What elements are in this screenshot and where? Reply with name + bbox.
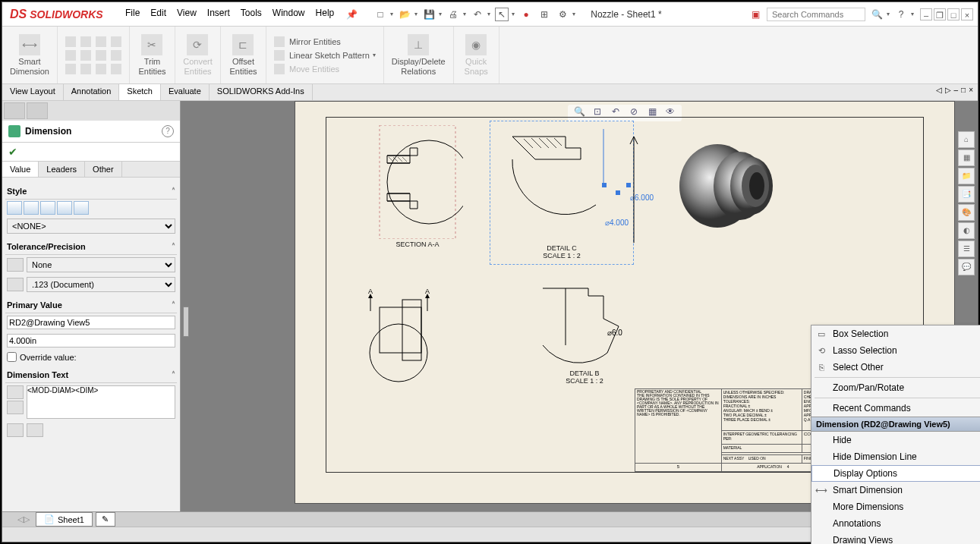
arc-tool-icon[interactable] (80, 36, 91, 47)
chevron-up-icon[interactable]: ˄ (172, 300, 175, 310)
cm-zoom-pan-rotate[interactable]: Zoom/Pan/Rotate▸ (811, 379, 980, 396)
spline-tool-icon[interactable] (111, 36, 121, 47)
style-icon-2[interactable] (24, 201, 39, 215)
menu-tools[interactable]: Tools (241, 8, 262, 21)
side-view[interactable]: AA (357, 285, 463, 385)
plane-tool-icon[interactable] (111, 64, 121, 74)
pane-max-icon[interactable]: □ (961, 86, 966, 99)
sheet-tab-sheet1[interactable]: 📄Sheet1 (36, 512, 93, 527)
isometric-view[interactable] (676, 133, 782, 239)
dimtext-icon-2[interactable] (27, 423, 43, 437)
panel-collapse-handle[interactable] (183, 307, 189, 337)
panel-help-icon[interactable]: ? (162, 125, 174, 137)
tab-view-layout[interactable]: View Layout (2, 84, 64, 100)
pane-prev-icon[interactable]: ◁ (936, 86, 942, 99)
ok-button[interactable]: ✔ (2, 143, 180, 162)
undo-icon[interactable]: ↶ (471, 8, 484, 21)
dimension-6b[interactable]: ⌀6.0 (607, 329, 622, 337)
cm-hide[interactable]: Hide (811, 432, 980, 448)
subtab-other[interactable]: Other (85, 162, 122, 177)
trim-entities-button[interactable]: ✂ Trim Entities (130, 27, 175, 83)
ellipse-tool-icon[interactable] (96, 50, 106, 61)
tab-annotation[interactable]: Annotation (64, 84, 120, 100)
cm-annotations[interactable]: Annotations▸ (811, 515, 980, 532)
line-tool-icon[interactable] (65, 36, 76, 47)
menu-view[interactable]: View (177, 8, 197, 21)
select-icon[interactable]: ↖ (495, 8, 509, 21)
tab-evaluate[interactable]: Evaluate (161, 84, 210, 100)
file-explorer-icon[interactable]: 📑 (958, 186, 975, 203)
style-icon-4[interactable] (57, 201, 72, 215)
style-icon-1[interactable] (7, 201, 22, 215)
forum-icon[interactable]: 💬 (958, 259, 975, 275)
tolerance-type-select[interactable]: None (27, 257, 175, 272)
search-icon[interactable]: 🔍 (870, 8, 884, 21)
style-icon-5[interactable] (74, 201, 89, 215)
dimtext-suffix-icon[interactable] (7, 401, 24, 414)
pane-min-icon[interactable]: – (954, 86, 959, 99)
save-icon[interactable]: 💾 (422, 8, 436, 21)
linear-pattern-button[interactable]: Linear Sketch Pattern▾ (274, 50, 376, 61)
tab-sketch[interactable]: Sketch (119, 84, 161, 100)
point-tool-icon[interactable] (65, 64, 76, 74)
new-icon[interactable]: □ (373, 8, 387, 21)
open-icon[interactable]: 📂 (398, 8, 411, 21)
polygon-tool-icon[interactable] (80, 50, 91, 61)
dimtext-icon-1[interactable] (7, 423, 24, 437)
print-icon[interactable]: 🖨 (446, 8, 460, 21)
view-palette-icon[interactable]: 🎨 (958, 204, 975, 221)
precision-select[interactable]: .123 (Document) (27, 277, 175, 292)
pin-icon[interactable]: 📌 (345, 8, 358, 21)
pane-next-icon[interactable]: ▷ (945, 86, 951, 99)
design-library-icon[interactable]: 📁 (958, 168, 975, 184)
chevron-up-icon[interactable]: ˄ (172, 242, 175, 251)
cm-smart-dimension[interactable]: ⟷Smart Dimension (811, 482, 980, 498)
override-checkbox[interactable] (7, 352, 17, 362)
fillet-tool-icon[interactable] (96, 64, 106, 74)
style-icon-3[interactable] (40, 201, 55, 215)
close-button[interactable]: × (961, 8, 973, 20)
style-select[interactable]: <NONE> (7, 219, 175, 234)
restore-button[interactable]: ❐ (934, 8, 946, 20)
rebuild-icon[interactable]: ● (519, 8, 533, 21)
text-tool-icon[interactable] (111, 50, 121, 61)
primary-name-input[interactable] (7, 316, 175, 329)
rect-tool-icon[interactable] (65, 50, 76, 61)
sheet-nav-icon[interactable]: ◁▷ (17, 514, 30, 524)
custom-props-icon[interactable]: ☰ (958, 241, 975, 257)
drawing-canvas[interactable]: 🔍 ⊡ ↶ ⊘ ▦ 👁 (181, 101, 978, 511)
subtab-value[interactable]: Value (2, 162, 39, 177)
chevron-up-icon[interactable]: ˄ (172, 370, 175, 379)
detail-b-view[interactable]: DETAIL B SCALE 1 : 2 (524, 285, 645, 385)
cm-hide-dimension-line[interactable]: Hide Dimension Line (811, 448, 980, 465)
section-view[interactable]: SECTION A-A (364, 125, 471, 248)
home-icon[interactable]: ⌂ (958, 131, 975, 148)
pane-close-icon[interactable]: × (969, 86, 973, 99)
menu-edit[interactable]: Edit (150, 8, 166, 21)
minimize-button[interactable]: – (920, 8, 932, 20)
cm-recent-commands[interactable]: Recent Commands▸ (811, 400, 980, 417)
cm-select-other[interactable]: ⎘Select Other (811, 359, 980, 376)
menu-help[interactable]: Help (316, 8, 335, 21)
options-icon[interactable]: ⊞ (537, 8, 551, 21)
feature-tree-tab[interactable] (4, 102, 25, 119)
offset-entities-button[interactable]: ⊏ Offset Entities (221, 27, 266, 83)
search-commands-input[interactable] (767, 8, 865, 21)
resources-icon[interactable]: ▦ (958, 149, 975, 166)
subtab-leaders[interactable]: Leaders (39, 162, 85, 177)
dimension-text-input[interactable]: <MOD-DIAM><DIM> (27, 385, 175, 419)
menu-window[interactable]: Window (273, 8, 305, 21)
appearances-icon[interactable]: ◐ (958, 222, 975, 239)
cm-lasso-selection[interactable]: ⟲Lasso Selection (811, 342, 980, 359)
circle-tool-icon[interactable] (96, 36, 106, 47)
tab-addins[interactable]: SOLIDWORKS Add-Ins (210, 84, 313, 100)
cm-more-dimensions[interactable]: More Dimensions▸ (811, 498, 980, 515)
property-manager-tab[interactable] (27, 102, 48, 119)
display-delete-relations-button[interactable]: ⊥ Display/Delete Relations (384, 27, 454, 83)
sw-search-icon[interactable]: ▣ (748, 8, 762, 21)
cm-box-selection[interactable]: ▭Box Selection (811, 325, 980, 342)
mirror-entities-button[interactable]: Mirror Entities (274, 36, 376, 47)
dimtext-prefix-icon[interactable] (7, 385, 24, 399)
maximize-button[interactable]: □ (947, 8, 960, 20)
smart-dimension-button[interactable]: ⟷ Smart Dimension (2, 27, 58, 83)
